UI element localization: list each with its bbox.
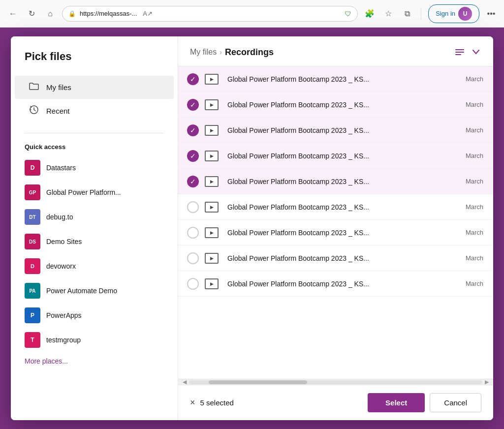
reload-button[interactable]: ↻	[25, 7, 38, 21]
file-check-4: ✓	[184, 150, 202, 162]
debug-to-label: debug.to	[46, 213, 73, 221]
file-date-3: March	[466, 126, 485, 134]
my-files-label: My files	[46, 83, 71, 92]
qa-item-demo-sites[interactable]: DS Demo Sites	[11, 229, 178, 254]
file-row-2[interactable]: ✓Global Power Platform Bootcamp 2023 _ K…	[178, 92, 493, 118]
file-icon-9	[202, 278, 221, 289]
qa-item-datastars[interactable]: D Datastars	[11, 155, 178, 180]
clear-selection-button[interactable]: ×	[190, 398, 195, 408]
sort-view-button[interactable]	[453, 46, 467, 58]
video-thumbnail	[205, 151, 219, 161]
file-date-2: March	[466, 101, 485, 108]
qa-item-debug-to[interactable]: dt debug.to	[11, 205, 178, 229]
file-check-3: ✓	[184, 124, 202, 136]
devoworx-icon: d	[25, 258, 40, 274]
file-check-9	[184, 278, 202, 290]
file-date-5: March	[466, 178, 485, 185]
qa-item-powerapps[interactable]: P PowerApps	[11, 303, 178, 328]
translate-icon: A↗	[143, 10, 153, 17]
file-row-3[interactable]: ✓Global Power Platform Bootcamp 2023 _ K…	[178, 118, 493, 143]
file-date-6: March	[466, 203, 485, 211]
file-row-9[interactable]: Global Power Platform Bootcamp 2023 _ KS…	[178, 271, 493, 297]
extension-icon[interactable]: 🧩	[363, 7, 377, 21]
sidebar-divider	[25, 133, 164, 133]
content-header: My files › Recordings	[178, 36, 493, 66]
file-date-7: March	[466, 229, 485, 236]
check-circle-filled: ✓	[187, 176, 199, 187]
video-thumbnail	[205, 125, 219, 136]
file-icon-3	[202, 125, 221, 136]
datastars-icon: D	[25, 160, 40, 176]
selected-info: × 5 selected	[190, 398, 234, 408]
sidebar-nav: My files Recent	[11, 72, 178, 127]
address-bar[interactable]: 🔒 https://melqassas-... A↗ 🛡	[62, 6, 358, 22]
separator	[421, 8, 421, 20]
folder-icon	[29, 82, 39, 93]
video-thumbnail	[205, 202, 219, 213]
demo-sites-label: Demo Sites	[46, 238, 82, 245]
global-power-icon: GP	[25, 184, 40, 200]
qa-item-power-automate[interactable]: PA Power Automate Demo	[11, 278, 178, 303]
browser-chrome: ← ↻ ⌂ 🔒 https://melqassas-... A↗ 🛡 🧩 ☆ ⧉…	[0, 0, 504, 28]
file-row-6[interactable]: Global Power Platform Bootcamp 2023 _ KS…	[178, 194, 493, 220]
recent-label: Recent	[46, 107, 70, 115]
more-menu-button[interactable]: •••	[484, 7, 498, 21]
file-name-2: Global Power Platform Bootcamp 2023 _ KS…	[221, 101, 466, 109]
video-thumbnail	[205, 278, 219, 289]
check-circle-filled: ✓	[187, 99, 199, 111]
global-power-label: Global Power Platform...	[46, 188, 121, 196]
video-thumbnail	[205, 176, 219, 187]
file-row-5[interactable]: ✓Global Power Platform Bootcamp 2023 _ K…	[178, 169, 493, 194]
qa-item-devoworx[interactable]: d devoworx	[11, 254, 178, 278]
sidebar-item-recent[interactable]: Recent	[15, 99, 174, 123]
scroll-thumb[interactable]	[209, 380, 307, 384]
qa-item-testmgroup[interactable]: t testmgroup	[11, 328, 178, 352]
quick-access-list: D Datastars GP Global Power Platform... …	[11, 155, 178, 352]
sign-in-button[interactable]: Sign in U	[428, 4, 479, 23]
quick-access-title: Quick access	[11, 139, 178, 155]
file-check-5: ✓	[184, 176, 202, 187]
chevron-down-button[interactable]	[471, 48, 481, 57]
file-check-2: ✓	[184, 99, 202, 111]
breadcrumb-parent[interactable]: My files	[190, 48, 217, 57]
file-date-9: March	[466, 280, 485, 287]
page-background: Pick files My files	[0, 28, 504, 429]
more-places-link[interactable]: More places...	[11, 352, 178, 375]
video-thumbnail	[205, 99, 219, 110]
check-circle-filled: ✓	[187, 73, 199, 85]
file-icon-4	[202, 151, 221, 161]
breadcrumb-current: Recordings	[225, 47, 274, 58]
lock-icon: 🔒	[68, 10, 76, 17]
file-icon-2	[202, 99, 221, 110]
bookmark-icon[interactable]: ☆	[381, 7, 395, 21]
file-name-1: Global Power Platform Bootcamp 2023 _ KS…	[221, 75, 466, 83]
content-area: My files › Recordings	[178, 36, 493, 420]
sidebar: Pick files My files	[11, 36, 178, 420]
shield-icon: 🛡	[345, 10, 351, 18]
file-list: ✓Global Power Platform Bootcamp 2023 _ K…	[178, 66, 493, 379]
cancel-button[interactable]: Cancel	[430, 393, 481, 412]
select-button[interactable]: Select	[368, 393, 425, 412]
tab-icon[interactable]: ⧉	[400, 7, 414, 21]
devoworx-label: devoworx	[46, 262, 76, 270]
file-name-9: Global Power Platform Bootcamp 2023 _ KS…	[221, 280, 466, 288]
file-date-4: March	[466, 152, 485, 159]
modal-title: Pick files	[11, 36, 178, 72]
horizontal-scrollbar[interactable]: ◀ ▶	[178, 379, 493, 385]
home-button[interactable]: ⌂	[43, 7, 57, 21]
qa-item-global-power[interactable]: GP Global Power Platform...	[11, 180, 178, 205]
file-row-7[interactable]: Global Power Platform Bootcamp 2023 _ KS…	[178, 220, 493, 245]
sidebar-item-my-files[interactable]: My files	[15, 76, 174, 99]
sign-in-label: Sign in	[436, 10, 455, 17]
check-circle-empty	[187, 201, 199, 213]
pick-files-modal: Pick files My files	[11, 36, 493, 420]
selected-count: 5 selected	[200, 398, 234, 407]
file-icon-1	[202, 74, 221, 85]
file-row-1[interactable]: ✓Global Power Platform Bootcamp 2023 _ K…	[178, 66, 493, 92]
breadcrumb: My files › Recordings	[190, 47, 274, 58]
file-row-8[interactable]: Global Power Platform Bootcamp 2023 _ KS…	[178, 245, 493, 271]
file-name-3: Global Power Platform Bootcamp 2023 _ KS…	[221, 126, 466, 134]
back-button[interactable]: ←	[6, 7, 20, 21]
file-icon-5	[202, 176, 221, 187]
file-row-4[interactable]: ✓Global Power Platform Bootcamp 2023 _ K…	[178, 143, 493, 169]
